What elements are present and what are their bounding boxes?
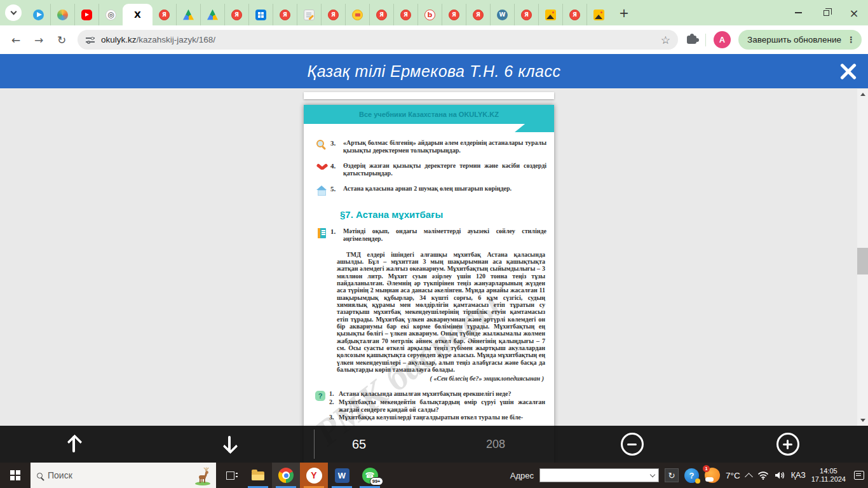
tab-yandex[interactable]: Я	[153, 4, 176, 25]
question-number: 1.	[329, 390, 339, 398]
url-text[interactable]: okulyk.kz/kazahskij-jazyk/168/	[101, 35, 655, 44]
photos-icon	[593, 10, 604, 20]
tab-photos[interactable]	[538, 4, 562, 25]
url-path: /kazahskij-jazyk/168/	[137, 35, 216, 44]
chevron-down-icon	[10, 9, 17, 15]
weather-icon[interactable]: 1	[705, 468, 720, 483]
tab-grid[interactable]	[248, 4, 273, 25]
restore-button[interactable]	[812, 0, 840, 25]
tab-yandex[interactable]: Я	[224, 4, 248, 25]
question-text: Мұхитбаққа келушілерді таңғалдыратын өтк…	[339, 414, 546, 421]
word-icon: W	[335, 468, 349, 483]
whatsapp-button[interactable]: ☎ 99+	[356, 463, 384, 488]
scrollbar-up-button[interactable]	[857, 89, 868, 100]
notification-center-icon[interactable]	[854, 471, 864, 480]
address-go-button[interactable]: ↻	[665, 468, 679, 482]
chrome-button[interactable]	[272, 463, 300, 488]
scrollbar-down-button[interactable]	[857, 415, 868, 426]
browser-menu-icon[interactable]: ⋮	[847, 35, 855, 44]
book-title: Қазақ тілі Ермекова Т.Н. 6 класс	[307, 62, 560, 81]
nav-divider	[314, 430, 315, 459]
address-toolbar-input[interactable]	[539, 468, 659, 482]
tab-bee[interactable]: b	[417, 4, 442, 25]
tab-photos[interactable]	[587, 4, 611, 25]
minus-circle-icon	[621, 433, 644, 456]
notebook-icon	[318, 228, 326, 238]
next-page-button[interactable]	[214, 426, 245, 463]
tab-notes[interactable]	[297, 4, 321, 25]
profile-avatar[interactable]: A	[714, 31, 731, 48]
back-button[interactable]: ←	[6, 30, 25, 50]
file-explorer-button[interactable]	[244, 463, 272, 488]
help-tray-icon[interactable]: ?	[684, 468, 699, 483]
telegram-icon	[33, 10, 44, 20]
tab-yandex[interactable]: Я	[562, 4, 587, 25]
tab-drive[interactable]	[200, 4, 224, 25]
tab-yandex[interactable]: Я	[369, 4, 393, 25]
yandex-icon: Я	[521, 10, 532, 20]
question-row: 2. Мұхитбақты мекендейтін балықтардың өм…	[329, 398, 546, 413]
scrollbar[interactable]	[857, 89, 868, 426]
page-content-area: Все учебники Казахстана на OKULYK.KZ РМК…	[0, 88, 868, 463]
tab-yandex[interactable]: Я	[442, 4, 466, 25]
tab-telegram[interactable]	[27, 4, 50, 25]
weather-badge: 1	[703, 465, 710, 472]
tab-coin[interactable]	[345, 4, 369, 25]
extensions-puzzle-icon[interactable]	[687, 36, 696, 44]
tab-youtube[interactable]	[74, 4, 98, 25]
magnifier-icon	[316, 140, 324, 147]
tab-chatgpt[interactable]: ◎	[98, 4, 123, 25]
forward-button[interactable]: →	[29, 30, 48, 50]
pinned-tabs: ◎XЯЯЯЯЯЯbЯЯWЯЯ	[27, 0, 611, 25]
update-chrome-button[interactable]: Завершить обновление ⋮	[738, 30, 862, 50]
zoom-out-button[interactable]	[621, 426, 644, 463]
wifi-icon[interactable]	[757, 471, 769, 480]
prev-page-button[interactable]	[58, 426, 89, 463]
zoom-in-button[interactable]	[776, 426, 799, 463]
tab-yandex[interactable]: Я	[514, 4, 538, 25]
close-window-button[interactable]: ×	[840, 0, 868, 25]
current-page-number[interactable]: 65	[340, 426, 378, 463]
question-icon: ?	[315, 391, 325, 401]
start-button[interactable]	[0, 463, 31, 488]
minimize-button[interactable]	[784, 0, 812, 25]
yandex-icon: Я	[231, 10, 242, 20]
bookmark-star-icon[interactable]: ☆	[661, 34, 670, 46]
tray-expand-icon[interactable]	[745, 473, 753, 481]
exercise-row: 4. Өздерің жазған қызықты деректерге тер…	[316, 162, 546, 177]
word-button[interactable]: W	[328, 463, 356, 488]
tab-yandex[interactable]: Я	[466, 4, 490, 25]
clock[interactable]: 14:05 17.11.2024	[811, 467, 846, 484]
notes-icon	[304, 10, 315, 20]
close-reader-button[interactable]	[839, 62, 858, 81]
search-input[interactable]	[48, 470, 210, 480]
volume-icon[interactable]	[775, 471, 785, 480]
task-view-button[interactable]	[216, 463, 244, 488]
tab-wordpress[interactable]: W	[490, 4, 514, 25]
reload-button[interactable]: ↻	[52, 30, 71, 50]
grid-icon	[255, 10, 266, 20]
plus-circle-icon	[776, 433, 799, 456]
tab-yandex[interactable]: Я	[273, 4, 297, 25]
tab-x-active[interactable]: X	[123, 4, 153, 25]
screen: ◎XЯЯЯЯЯЯbЯЯWЯЯ + × ← → ↻ okulyk.kz/kazah…	[0, 0, 868, 488]
temperature[interactable]: 7°C	[726, 471, 740, 480]
exercise-text: Астана қаласына арнап 2 шумақ өлең шығар…	[343, 185, 546, 193]
address-bar[interactable]: okulyk.kz/kazahskij-jazyk/168/ ☆	[78, 30, 678, 50]
new-tab-button[interactable]: +	[614, 3, 634, 22]
exercise-number: 5.	[330, 185, 341, 193]
taskbar-search[interactable]	[31, 463, 216, 488]
site-info-icon[interactable]	[85, 35, 95, 44]
yandex-browser-button[interactable]: Y	[300, 463, 328, 488]
exercise-row: 3. «Артық болмас білгенің» айдарын әлем …	[316, 139, 546, 154]
exercise-text: Өздерің жазған қызықты деректерге термин…	[343, 162, 546, 177]
tab-hands[interactable]	[50, 4, 74, 25]
tab-search-button[interactable]	[5, 4, 22, 21]
language-indicator[interactable]: ҚАЗ	[791, 471, 806, 480]
tab-drive[interactable]	[176, 4, 200, 25]
scrollbar-thumb[interactable]	[857, 248, 868, 274]
previous-page-edge	[304, 92, 554, 99]
tab-yandex[interactable]: Я	[393, 4, 417, 25]
tab-yandex[interactable]: Я	[321, 4, 345, 25]
question-number: 3.	[329, 414, 339, 421]
